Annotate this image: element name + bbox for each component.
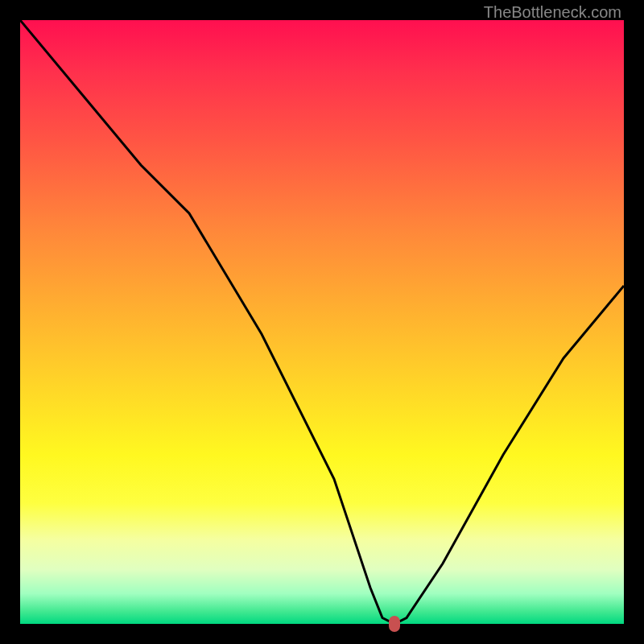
curve-svg: [20, 20, 624, 624]
optimum-marker: [389, 616, 400, 632]
bottleneck-curve-path: [20, 20, 624, 624]
plot-area: [20, 20, 624, 624]
watermark-text: TheBottleneck.com: [484, 3, 621, 22]
chart-container: TheBottleneck.com: [0, 0, 644, 644]
